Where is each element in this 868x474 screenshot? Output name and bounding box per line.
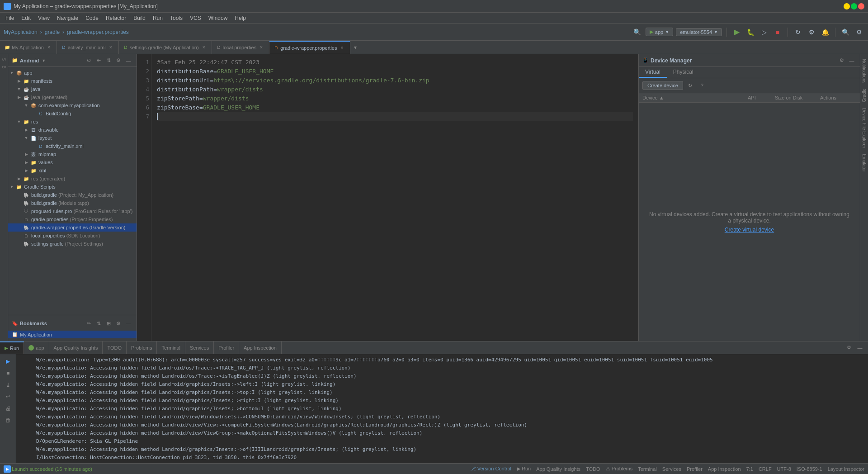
notifications-sidebar-btn[interactable]: Notifications — [861, 56, 868, 86]
tree-item-gradle-wrapper[interactable]: 🐘 gradle-wrapper.properties (Gradle Vers… — [8, 223, 137, 232]
stop-process-btn[interactable]: ■ — [3, 368, 14, 379]
version-control-btn[interactable]: ⎇ Version Control — [470, 466, 511, 472]
tree-item-mipmap[interactable]: ▶ 🖼 mipmap — [8, 150, 137, 158]
breadcrumb-file[interactable]: gradle-wrapper.properties — [67, 29, 129, 35]
tree-item-java[interactable]: ▼ ☕ java — [8, 85, 137, 93]
run-again-btn[interactable]: ▶ — [3, 356, 14, 367]
menu-vcs[interactable]: VCS — [186, 14, 205, 22]
bottom-hide-btn[interactable]: — — [855, 343, 864, 352]
stop-btn[interactable]: ■ — [772, 27, 783, 38]
soft-wrap-btn[interactable]: ↵ — [3, 391, 14, 402]
panel-sort-btn[interactable]: ⇅ — [104, 56, 113, 65]
breadcrumb-gradle[interactable]: gradle — [45, 29, 60, 35]
tree-item-app[interactable]: ▼ 📦 app — [8, 69, 137, 77]
tab-close-wrapper[interactable]: × — [339, 45, 345, 51]
tree-item-res-gen[interactable]: ▶ 📁 res (generated) — [8, 175, 137, 183]
bm-group-btn[interactable]: ⊞ — [104, 319, 113, 328]
menu-file[interactable]: File — [2, 14, 18, 22]
device-file-explorer-btn[interactable]: Device File Explorer — [861, 105, 868, 151]
dm-tab-virtual[interactable]: Virtual — [639, 67, 667, 78]
panel-locate-btn[interactable]: ⊙ — [84, 56, 93, 65]
menu-code[interactable]: Code — [82, 14, 102, 22]
breadcrumb-root[interactable]: MyApplication — [4, 29, 38, 35]
menu-build[interactable]: Build — [130, 14, 149, 22]
tree-item-activity[interactable]: 🗋 activity_main.xml — [8, 142, 137, 150]
search-btn[interactable]: 🔍 — [840, 27, 851, 38]
settings2-btn[interactable]: ⚙ — [854, 27, 864, 38]
tab-activity-main[interactable]: 🗋 activity_main.xml × — [57, 41, 119, 54]
code-editor[interactable]: #Sat Feb 25 22:42:47 CST 2023 distributi… — [151, 54, 638, 341]
tree-item-values[interactable]: ▶ 📁 values — [8, 158, 137, 166]
panel-hide-btn[interactable]: — — [124, 56, 133, 65]
dm-settings-btn[interactable]: ⚙ — [837, 56, 846, 65]
settings-btn[interactable]: ⚙ — [806, 27, 817, 38]
tabs-overflow-btn[interactable]: ▾ — [350, 41, 360, 54]
status-app-inspection-btn[interactable]: App Inspection — [708, 466, 741, 472]
bm-edit-btn[interactable]: ✏ — [84, 319, 93, 328]
clear-log-btn[interactable]: 🗑 — [3, 415, 14, 426]
tree-item-gradle-props[interactable]: 🗋 gradle.properties (Project Properties) — [8, 215, 137, 223]
run-with-coverage-btn[interactable]: ▷ — [759, 27, 769, 38]
notifications-btn[interactable]: 🔔 — [820, 27, 830, 38]
tree-item-settings-gradle[interactable]: 🐘 settings.gradle (Project Settings) — [8, 240, 137, 248]
status-app-quality-btn[interactable]: App Quality Insights — [536, 466, 580, 472]
gradle-sidebar-btn[interactable]: Gradle — [861, 86, 868, 105]
menu-tools[interactable]: Tools — [166, 14, 186, 22]
bottom-tab-todo[interactable]: TODO — [103, 341, 127, 354]
status-terminal-btn[interactable]: Terminal — [638, 466, 657, 472]
bottom-tab-app-quality[interactable]: App Quality Insights — [49, 341, 103, 354]
encoding-alt[interactable]: UTF-8 — [777, 466, 791, 472]
emulator-sidebar-btn[interactable]: Emulator — [861, 151, 868, 175]
tree-item-manifests[interactable]: ▶ 📁 manifests — [8, 77, 137, 85]
panel-collapse-btn[interactable]: ⇤ — [94, 56, 103, 65]
bookmark-item-my-application[interactable]: 📋 My Application — [8, 331, 137, 338]
tab-close-settings[interactable]: × — [201, 44, 207, 51]
log-content[interactable]: W/e.myapplication: type=1300 audit(0.0:6… — [16, 354, 868, 463]
encoding[interactable]: ISO-8859-1 — [797, 466, 822, 472]
status-problems-btn[interactable]: ⚠ Problems — [606, 466, 633, 472]
tab-close-activity[interactable]: × — [108, 44, 114, 51]
maximize-btn[interactable] — [851, 3, 857, 9]
debug-btn[interactable]: 🐛 — [745, 27, 756, 38]
panel-settings-btn[interactable]: ⚙ — [114, 56, 123, 65]
tree-item-gradle-scripts[interactable]: ▼ 📁 Gradle Scripts — [8, 183, 137, 191]
bottom-tab-app[interactable]: app — [24, 341, 49, 354]
search-everywhere-btn[interactable]: 🔍 — [632, 27, 643, 38]
close-btn[interactable] — [858, 3, 864, 9]
bottom-tab-profiler[interactable]: Profiler — [214, 341, 239, 354]
line-ending[interactable]: CRLF — [759, 466, 772, 472]
tab-close-local[interactable]: × — [258, 44, 264, 51]
run-btn[interactable]: ▶ — [731, 27, 742, 38]
create-device-btn[interactable]: Create device — [642, 81, 683, 90]
status-run-btn[interactable]: ▶ Run — [517, 466, 531, 472]
layout-inspector-btn[interactable]: Layout Inspector — [828, 466, 864, 472]
dm-tab-physical[interactable]: Physical — [667, 67, 700, 78]
create-virtual-device-link[interactable]: Create virtual device — [725, 227, 774, 233]
bottom-tab-services[interactable]: Services — [185, 341, 214, 354]
status-profiler-btn[interactable]: Profiler — [687, 466, 703, 472]
tree-item-layout[interactable]: ▼ 📄 layout — [8, 134, 137, 142]
tree-item-res[interactable]: ▼ 📁 res — [8, 118, 137, 126]
bottom-tab-run[interactable]: ▶ Run — [0, 341, 24, 354]
bm-settings-btn[interactable]: ⚙ — [114, 319, 123, 328]
status-todo-btn[interactable]: TODO — [586, 466, 600, 472]
tree-item-drawable[interactable]: ▶ 🖼 drawable — [8, 126, 137, 134]
tree-item-xml[interactable]: ▶ 📁 xml — [8, 166, 137, 175]
tab-close-my-application[interactable]: × — [46, 44, 52, 51]
tree-item-proguard[interactable]: 🛡 proguard-rules.pro (ProGuard Rules for… — [8, 207, 137, 215]
dm-hide-btn[interactable]: — — [847, 56, 856, 65]
tab-gradle-wrapper[interactable]: 🗋 gradle-wrapper.properties × — [269, 41, 350, 54]
menu-edit[interactable]: Edit — [18, 14, 34, 22]
tree-item-build-project[interactable]: 🐘 build.gradle (Project: My_Application) — [8, 191, 137, 199]
tree-item-build-app[interactable]: 🐘 build.gradle (Module :app) — [8, 199, 137, 207]
dm-refresh-btn[interactable]: ↻ — [686, 81, 695, 90]
sidebar-icon-structure[interactable]: S — [0, 56, 7, 63]
tree-item-com[interactable]: ▼ 📦 com.example.myapplication — [8, 101, 137, 109]
bottom-tab-problems[interactable]: Problems — [127, 341, 157, 354]
status-services-btn[interactable]: Services — [662, 466, 681, 472]
scroll-to-end-btn[interactable]: ⤓ — [3, 379, 14, 390]
menu-view[interactable]: View — [34, 14, 53, 22]
menu-refactor[interactable]: Refactor — [102, 14, 130, 22]
tab-local-properties[interactable]: 🗋 local.properties × — [212, 41, 270, 54]
minimize-btn[interactable] — [844, 3, 850, 9]
